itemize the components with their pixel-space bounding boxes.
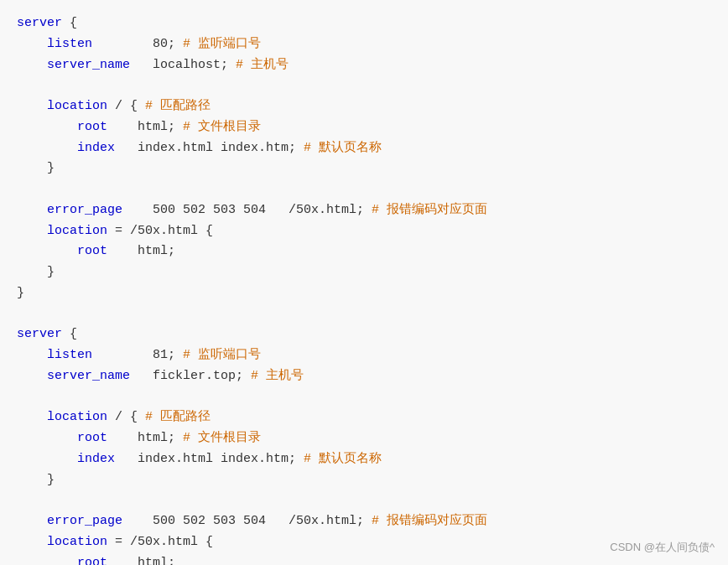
code-line: location / { # 匹配路径 xyxy=(17,96,711,117)
code-line xyxy=(17,304,711,325)
code-line: root html; # 文件根目录 xyxy=(17,117,711,138)
watermark: CSDN @在人间负债^ xyxy=(610,540,715,555)
code-line: server_name fickler.top; # 主机号 xyxy=(17,366,711,387)
code-line: index index.html index.htm; # 默认页名称 xyxy=(17,449,711,470)
code-line: index index.html index.htm; # 默认页名称 xyxy=(17,138,711,159)
code-line: error_page 500 502 503 504 /50x.html; # … xyxy=(17,200,711,221)
code-block: server { listen 80; # 监听端口号 server_name … xyxy=(17,13,711,565)
code-line xyxy=(17,75,711,96)
code-line xyxy=(17,490,711,511)
code-line: root html; xyxy=(17,553,711,566)
code-line: server_name localhost; # 主机号 xyxy=(17,55,711,76)
code-line xyxy=(17,387,711,408)
code-line: } xyxy=(17,158,711,179)
code-line: } xyxy=(17,283,711,304)
code-line: listen 80; # 监听端口号 xyxy=(17,34,711,55)
code-line xyxy=(17,179,711,200)
code-line: location = /50x.html { xyxy=(17,532,711,553)
code-line: } xyxy=(17,262,711,283)
code-line: } xyxy=(17,470,711,491)
code-line: server { xyxy=(17,324,711,345)
code-line: listen 81; # 监听端口号 xyxy=(17,345,711,366)
code-line: root html; xyxy=(17,241,711,262)
code-line: server { xyxy=(17,13,711,34)
code-line: location / { # 匹配路径 xyxy=(17,407,711,428)
code-line: error_page 500 502 503 504 /50x.html; # … xyxy=(17,511,711,532)
code-container: server { listen 80; # 监听端口号 server_name … xyxy=(0,0,728,565)
code-line: root html; # 文件根目录 xyxy=(17,428,711,449)
code-line: location = /50x.html { xyxy=(17,221,711,242)
